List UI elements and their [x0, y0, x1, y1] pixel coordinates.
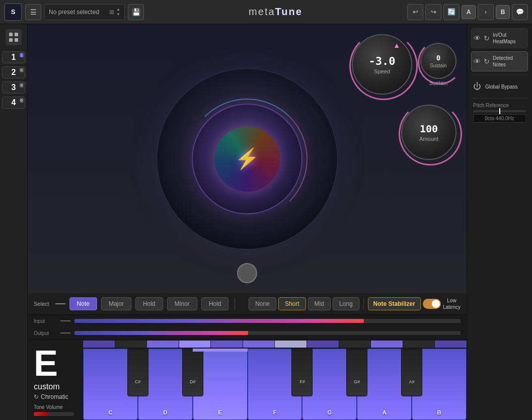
note-button[interactable]: Note — [69, 297, 97, 310]
inout-heatmaps-label: In/Out HeatMaps — [493, 32, 525, 45]
output-bar-fill — [74, 331, 248, 335]
key-display: E custom ↻ Chromatic Tone Volume — [28, 340, 83, 420]
short-button[interactable]: Short — [278, 297, 306, 310]
svg-rect-1 — [15, 33, 18, 36]
pitch-slider[interactable] — [473, 110, 526, 112]
major-button[interactable]: Major — [101, 297, 131, 310]
redo-button[interactable]: ↪ — [425, 4, 441, 20]
detected-notes-button[interactable]: 👁 ↻ Detected Notes — [471, 51, 528, 71]
speed-knob[interactable]: ▲ -3.0 Speed — [352, 34, 412, 95]
pitch-reference-section: Pitch Reference 0cts 440.0Hz — [471, 98, 528, 127]
hm-fs — [275, 341, 307, 348]
sidebar-grid-button[interactable] — [6, 29, 22, 45]
amount-knob[interactable]: 100 Amount — [401, 105, 457, 160]
menu-button[interactable]: ☰ — [25, 4, 41, 20]
hold2-button[interactable]: Hold — [201, 297, 229, 310]
divider-1 — [235, 298, 235, 310]
chromatic-icon: ↻ — [34, 393, 39, 400]
input-row: Input — [28, 315, 467, 327]
e-key-highlight — [193, 349, 248, 352]
a-button[interactable]: A — [462, 5, 476, 19]
global-bypass-button[interactable]: ⏻ Global Bypass — [471, 78, 528, 95]
input-label: Input — [34, 318, 56, 324]
speed-sustain-row: ▲ -3.0 Speed 0 Sustain — [352, 34, 457, 95]
big-note: E — [34, 345, 58, 381]
long-button[interactable]: Long — [333, 297, 359, 310]
preset-up-arrow[interactable]: ▲ — [116, 7, 120, 12]
nav-buttons: ↩ ↪ 🔄 A › B 💬 — [407, 4, 528, 20]
heatmap-row — [83, 340, 467, 349]
svg-rect-2 — [9, 38, 13, 42]
inout-heatmaps-button[interactable]: 👁 ↻ In/Out HeatMaps — [471, 28, 528, 48]
select-label: Select — [34, 301, 49, 307]
svg-rect-3 — [15, 38, 18, 42]
orb-mid: ⚡ — [192, 104, 302, 214]
key-ds[interactable]: D# — [182, 349, 203, 396]
pitch-ref-label: Pitch Reference — [473, 103, 526, 108]
key-as[interactable]: A# — [401, 349, 422, 396]
minor-button[interactable]: Minor — [167, 297, 197, 310]
tone-vol-slider[interactable] — [34, 412, 74, 416]
piano-keyboard: C D E F G — [83, 340, 467, 420]
track-3[interactable]: 0 3 — [2, 81, 25, 94]
track-4[interactable]: 0 4 — [2, 97, 25, 109]
key-fs[interactable]: F# — [291, 349, 313, 396]
main-area: 1 1 0 2 0 3 0 4 ⚡ — [0, 24, 532, 420]
preset-arrows[interactable]: ▲ ▼ — [116, 7, 120, 17]
top-bar: S ☰ No preset selected ⊞ ▲ ▼ 💾 metaTune … — [0, 0, 532, 24]
track-2[interactable]: 0 2 — [2, 66, 25, 78]
refresh-icon-2: ↻ — [484, 57, 490, 65]
bottom-controls: Select Note Major Hold Minor Hold None S… — [28, 293, 467, 420]
sustain-label: Sustain — [430, 63, 446, 68]
input-bar — [74, 319, 461, 323]
preset-down-arrow[interactable]: ▼ — [116, 12, 120, 17]
logo-button[interactable]: S — [4, 3, 22, 21]
hm-d — [147, 341, 179, 348]
sustain-knob[interactable]: 0 Sustain — [420, 43, 457, 79]
key-gs[interactable]: G# — [346, 349, 367, 396]
key-cs[interactable]: C# — [127, 349, 148, 396]
right-panel: 👁 ↻ In/Out HeatMaps 👁 ↻ Detected Notes ⏻… — [467, 24, 532, 420]
hm-gs — [339, 341, 371, 348]
orb-container: ⚡ — [157, 68, 338, 249]
low-latency-label: LowLatency — [443, 297, 461, 310]
io-section: Input Output — [28, 315, 467, 340]
menu-icon: ☰ — [30, 8, 37, 16]
none-button[interactable]: None — [249, 297, 276, 310]
loop-button[interactable]: 🔄 — [443, 4, 460, 20]
speed-label: Speed — [369, 68, 396, 74]
tone-vol-section: Tone Volume — [34, 404, 74, 416]
visualizer-area: ⚡ ▲ -3.0 Speed — [28, 24, 467, 293]
low-latency-toggle[interactable] — [423, 299, 441, 309]
amount-row: 100 Amount — [401, 105, 457, 160]
chevron-button[interactable]: › — [478, 4, 494, 20]
drag-handle[interactable] — [237, 263, 257, 283]
output-bar — [74, 331, 461, 335]
power-icon: ⏻ — [473, 82, 481, 91]
output-dash — [60, 332, 70, 333]
tone-vol-label: Tone Volume — [34, 404, 74, 410]
preset-selector[interactable]: No preset selected ⊞ ▲ ▼ — [44, 4, 125, 20]
svg-rect-0 — [9, 33, 13, 36]
b-button[interactable]: B — [496, 5, 510, 19]
sustain-value: 0 — [430, 54, 446, 62]
app-title: metaTune — [147, 6, 404, 18]
preset-name: No preset selected — [49, 9, 107, 16]
hm-b — [435, 341, 467, 348]
output-row: Output — [28, 327, 467, 339]
stabilizer-group: None Short Mid Long Note Stabilizer LowL… — [249, 297, 461, 310]
note-stabilizer-label: Note Stabilizer — [368, 297, 421, 310]
chat-button[interactable]: 💬 — [512, 4, 528, 20]
hold1-button[interactable]: Hold — [135, 297, 163, 310]
track-1[interactable]: 1 1 — [2, 51, 25, 63]
chromatic-label: Chromatic — [41, 393, 68, 400]
speed-pointer: ▲ — [393, 41, 400, 49]
input-bar-fill — [74, 319, 364, 323]
bypass-section: ⏻ Global Bypass — [471, 74, 528, 95]
undo-button[interactable]: ↩ — [407, 4, 423, 20]
eye-icon: 👁 — [474, 34, 481, 42]
mid-button[interactable]: Mid — [308, 297, 331, 310]
keyboard-row: E custom ↻ Chromatic Tone Volume — [28, 340, 467, 420]
save-button[interactable]: 💾 — [128, 4, 144, 20]
speed-knob-wrap: ▲ -3.0 Speed — [352, 34, 412, 95]
